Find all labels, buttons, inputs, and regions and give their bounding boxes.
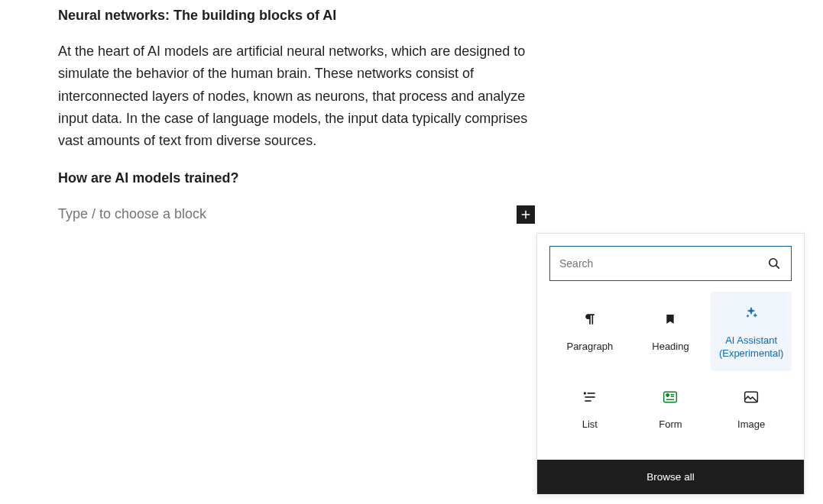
svg-point-0 [770,259,777,267]
svg-rect-6 [664,393,677,402]
block-option-list[interactable]: List [549,371,630,447]
search-input[interactable] [559,257,766,270]
paragraph-content: At the heart of AI models are artificial… [58,40,532,152]
image-icon [744,388,759,406]
browse-all-button[interactable]: Browse all [537,460,804,494]
block-label: Heading [652,341,689,354]
block-option-heading[interactable]: Heading [630,292,711,371]
paragraph-icon [582,310,598,328]
block-label: AI Assistant (Experimental) [714,334,789,360]
block-option-form[interactable]: Form [630,371,711,447]
heading-training: How are AI models trained? [58,169,535,188]
block-option-image[interactable]: Image [711,371,792,447]
block-option-paragraph[interactable]: Paragraph [549,292,630,371]
block-inserter-popover: Paragraph Heading AI Assistant (Experime… [536,233,805,495]
block-label: Paragraph [566,341,613,354]
ai-assistant-icon [744,304,758,322]
heading-icon [664,310,676,328]
form-icon [663,388,678,406]
block-label: Form [659,418,682,431]
svg-point-5 [584,393,585,394]
block-option-ai-assistant[interactable]: AI Assistant (Experimental) [711,292,792,371]
block-label: List [582,418,598,431]
svg-point-7 [666,394,669,396]
plus-icon [519,208,533,221]
heading-neural-networks: Neural networks: The building blocks of … [58,6,535,25]
block-placeholder[interactable]: Type / to choose a block [58,205,510,224]
add-block-button[interactable] [517,205,535,224]
block-label: Image [737,418,765,431]
search-field-wrapper [549,246,792,281]
svg-line-1 [776,266,779,269]
list-icon [582,388,598,406]
search-icon [766,256,782,271]
